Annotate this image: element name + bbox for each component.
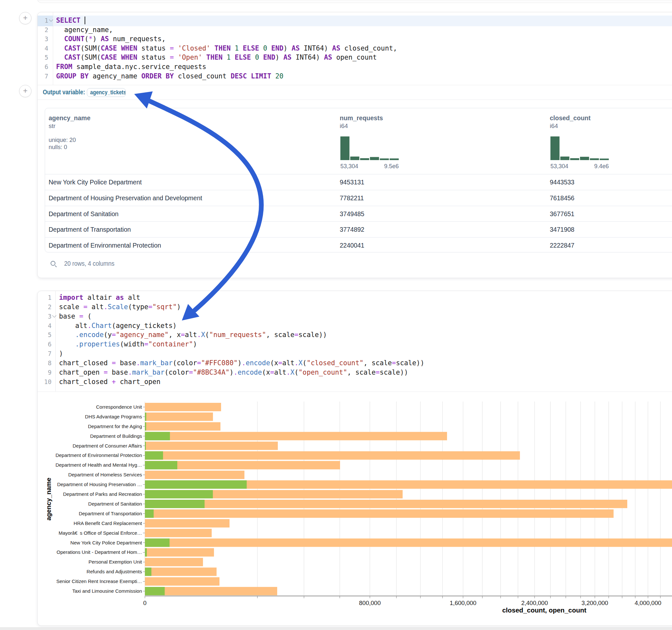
code-token: status (137, 53, 170, 61)
code-token (247, 72, 251, 80)
add-cell-button-top[interactable]: + (19, 12, 31, 24)
x-axis-label: 4,000,000 (635, 600, 661, 606)
code-line: CAST(SUM(CASE WHEN status = 'Closed' THE… (56, 44, 397, 53)
bar-chart: Correspondence UnitDHS Advantage Program… (38, 392, 672, 626)
y-axis-label: Department for the Aging (88, 423, 142, 429)
y-axis-label: Taxi and Limousine Commission (72, 588, 142, 594)
code-token: AS (283, 53, 291, 61)
code-token: = (144, 340, 148, 348)
y-axis-label: New York City Police Department (70, 540, 142, 546)
bar-closed (145, 422, 220, 431)
code-token: CASE (101, 53, 117, 61)
code-token: closed_count, (340, 44, 397, 52)
line-number: 7 (38, 349, 51, 358)
code-token: ( (85, 35, 89, 43)
code-token: CAST (64, 53, 80, 61)
sql-editor[interactable]: 1SELECT 2 agency_name,3 COUNT(*) AS num_… (38, 12, 672, 85)
code-token: (x (262, 368, 270, 376)
table-row[interactable]: Department of Housing Preservation and D… (45, 190, 672, 205)
code-token: 1 (235, 44, 239, 52)
table-row[interactable]: New York City Police Department945313194… (45, 174, 672, 190)
line-number: 8 (38, 358, 51, 368)
code-token: ) (93, 35, 101, 43)
code-token: WHEN (121, 44, 137, 52)
table-row[interactable]: Department of Sanitation37494853677651 (45, 206, 672, 221)
code-token (56, 44, 64, 52)
code-token: (type (128, 303, 148, 311)
code-token: (color (173, 359, 197, 367)
code-token: mark_bar (140, 359, 172, 367)
code-line: .encode(y="agency_name", x=alt.X("num_re… (59, 330, 327, 340)
y-axis-label: Department of Housing Preservation … (57, 482, 142, 487)
table-row[interactable]: Department of Transportation377489234719… (45, 221, 672, 237)
code-token (231, 44, 235, 52)
code-line: chart_closed = base.mark_bar(color="#FFC… (59, 358, 424, 368)
code-token: THEN (214, 44, 231, 52)
line-number: 4 (38, 321, 51, 331)
column-header-closed_count[interactable]: closed_count (550, 114, 591, 122)
code-token: alt (124, 294, 140, 301)
output-variable-name: agency_tickets (90, 89, 126, 96)
y-axis-label: Department of Transportation (79, 511, 142, 516)
code-token: . (242, 359, 246, 367)
code-token (117, 53, 121, 61)
code-token: chart_closed (59, 378, 112, 386)
code-token: chart_open (116, 378, 161, 386)
y-axis-label: Senior Citizen Rent Increase Exempti… (56, 579, 142, 584)
histogram-max-label: 9.5e6 (340, 163, 399, 170)
python-editor[interactable]: 1import altair as alt2scale = alt.Scale(… (38, 291, 672, 392)
column-header-agency_name[interactable]: agency_name (49, 114, 91, 122)
search-icon[interactable] (51, 261, 55, 266)
table-row[interactable]: Department of Environmental Protection22… (45, 237, 672, 252)
bar-open (145, 442, 146, 450)
code-token: ORDER BY (141, 72, 174, 80)
code-token: encode (246, 359, 270, 367)
code-token: = (112, 331, 116, 339)
add-cell-button-below[interactable]: + (19, 85, 31, 97)
line-number: 9 (38, 368, 51, 377)
code-token: . (136, 359, 140, 367)
dataframe-header: agency_namestrunique: 20nulls: 0num_requ… (45, 108, 672, 174)
code-token: (color (165, 368, 189, 376)
code-token (259, 44, 263, 52)
code-token: .properties (75, 340, 120, 348)
line-number: 4 (38, 44, 48, 53)
code-token (251, 53, 255, 61)
code-token: alt (185, 331, 197, 339)
code-token: = (170, 44, 174, 52)
code-token: (SUM( (80, 53, 101, 61)
code-token: , scale (266, 331, 295, 339)
code-token: 1 (226, 53, 231, 61)
code-token: agency_name (89, 72, 141, 80)
bar-open (145, 490, 213, 499)
code-token: INT64) (291, 53, 324, 61)
column-type: i64 (340, 122, 348, 130)
code-token: X (201, 331, 205, 339)
x-axis-title: closed_count, open_count (502, 606, 586, 614)
code-line: chart_closed + chart_open (59, 377, 161, 387)
code-line: chart_open = base.mark_bar(color="#8BC34… (59, 368, 408, 377)
code-token: agency_name, (56, 26, 113, 34)
code-token: mark_bar (132, 368, 164, 376)
table-cell: Department of Environmental Protection (49, 238, 161, 252)
code-token: CAST (64, 44, 80, 52)
bar-closed (145, 452, 520, 460)
bar-open (145, 422, 146, 431)
code-token: WHEN (121, 53, 137, 61)
code-token (117, 44, 121, 52)
x-axis-label: 1,600,000 (450, 600, 476, 606)
bar-open (145, 452, 163, 460)
code-token: ELSE (243, 44, 259, 52)
code-token: (x (270, 359, 278, 367)
output-variable-chip[interactable]: agency_tickets (87, 88, 126, 97)
bar-closed (145, 539, 672, 547)
code-token: THEN (206, 53, 222, 61)
code-token: LIMIT (251, 72, 271, 80)
code-token: . (286, 368, 290, 376)
code-token: , scale (347, 368, 376, 376)
code-token: COUNT (64, 35, 85, 43)
code-token: = (170, 53, 174, 61)
bar-open (145, 432, 170, 440)
code-line: COUNT(*) AS num_requests, (56, 34, 166, 44)
column-header-num_requests[interactable]: num_requests (340, 114, 383, 122)
